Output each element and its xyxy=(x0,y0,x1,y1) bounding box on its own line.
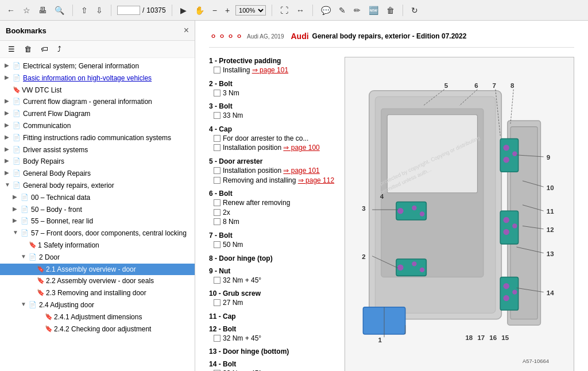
part-7: 7 - Bolt 50 Nm xyxy=(209,231,335,250)
tree-label: 2.2 Assembly overview - door seals xyxy=(46,276,190,286)
zoom-out-icon[interactable]: − xyxy=(210,5,219,16)
tree-item-high-voltage[interactable]: ▶ 📄 Basic information on high-voltage ve… xyxy=(0,72,195,84)
undo-icon[interactable]: ↻ xyxy=(409,5,420,16)
zoom-in-icon[interactable]: + xyxy=(223,5,232,16)
part-4: 4 - Cap For door arrester to the co... I… xyxy=(209,125,335,153)
page-link[interactable]: ⇒ page 101 xyxy=(252,66,288,74)
highlight-icon[interactable]: ✎ xyxy=(336,5,348,16)
part-text: Installation position ⇒ page 101 xyxy=(223,167,320,176)
part-6: 6 - Bolt Renew after removing 2x 8 Nm xyxy=(209,190,335,227)
page-input[interactable]: 907 xyxy=(117,6,140,15)
tree-item-57-front-doors[interactable]: ▼ 📄 57 – Front doors, door components, c… xyxy=(0,227,195,239)
bookmark-tree: ▶ 📄 Electrical system; General informati… xyxy=(0,58,195,371)
part-title: 9 - Nut xyxy=(209,267,335,275)
tree-leaf-vw-dtc[interactable]: 🔖 VW DTC List xyxy=(0,84,195,96)
sep1 xyxy=(72,5,73,16)
tree-leaf-2-2-assembly[interactable]: 🔖 2.2 Assembly overview - door seals xyxy=(0,275,195,287)
tree-label: 2.1 Assembly overview - door xyxy=(46,265,190,275)
part-sub: For door arrester to the co... xyxy=(214,134,335,144)
document-content[interactable]: ⚬⚬⚬⚬ Audi AG, 2019 Audi General body rep… xyxy=(195,21,588,371)
part-sub: 3 Nm xyxy=(214,89,335,98)
part-sub: Renew after removing xyxy=(214,199,335,208)
page-link[interactable]: ⇒ page 112 xyxy=(298,176,334,184)
upload-icon[interactable]: ⇧ xyxy=(79,5,90,16)
part-sub: 50 Nm xyxy=(214,241,335,250)
draw-icon[interactable]: ✏ xyxy=(351,5,363,16)
tree-item-current-flow-general[interactable]: ▶ 📄 Current flow diagram - general infor… xyxy=(0,96,195,108)
erase-icon[interactable]: 🗑 xyxy=(384,5,397,16)
svg-text:8: 8 xyxy=(510,82,514,89)
svg-point-15 xyxy=(503,145,509,150)
part-text: Removing and installing ⇒ page 112 xyxy=(223,176,334,186)
tree-label: 00 – Technical data xyxy=(31,193,190,203)
tree-item-2-4-adjusting[interactable]: ▼ 📄 2.4 Adjusting door xyxy=(0,299,195,311)
tree-item-general-body-exterior[interactable]: ▼ 📄 General body repairs, exterior xyxy=(0,180,195,192)
svg-point-25 xyxy=(512,289,517,294)
tree-item-55-bonnet[interactable]: ▶ 📄 55 – Bonnet, rear lid xyxy=(0,215,195,227)
back-icon[interactable]: ← xyxy=(5,5,17,16)
fit-width-icon[interactable]: ↔ xyxy=(294,5,307,16)
tree-leaf-2-3-removing[interactable]: 🔖 2.3 Removing and installing door xyxy=(0,287,195,299)
tree-item-current-flow[interactable]: ▶ 📄 Current Flow Diagram xyxy=(0,108,195,120)
print-icon[interactable]: 🖶 xyxy=(36,5,49,16)
tree-item-general-body[interactable]: ▶ 📄 General Body Repairs xyxy=(0,168,195,180)
svg-point-11 xyxy=(420,268,424,272)
fit-page-icon[interactable]: ⛶ xyxy=(278,5,291,16)
add-bookmark-btn[interactable]: ☰ xyxy=(5,43,18,55)
star-icon[interactable]: ☆ xyxy=(21,5,33,16)
stamp-icon[interactable]: 🆕 xyxy=(366,5,381,16)
tree-label: Communication xyxy=(23,121,190,131)
tree-item-communication[interactable]: ▶ 📄 Communication xyxy=(0,120,195,132)
collapse-arrow: ▶ xyxy=(5,133,13,141)
tree-item-electrical[interactable]: ▶ 📄 Electrical system; General informati… xyxy=(0,60,195,72)
svg-point-19 xyxy=(503,217,509,223)
checkbox-icon xyxy=(214,218,220,225)
tree-leaf-2-4-2[interactable]: 🔖 2.4.2 Checking door adjustment xyxy=(0,323,195,335)
tree-item-body-repairs[interactable]: ▶ 📄 Body Repairs xyxy=(0,156,195,168)
page-link[interactable]: ⇒ page 100 xyxy=(283,144,319,152)
hand-icon[interactable]: ✋ xyxy=(192,5,207,16)
svg-text:6: 6 xyxy=(474,82,478,89)
sidebar-toolbar: ☰ 🗑 🏷 ⤴ xyxy=(0,41,195,58)
export-bookmark-btn[interactable]: ⤴ xyxy=(54,43,65,55)
download-icon[interactable]: ⇩ xyxy=(94,5,105,16)
svg-point-16 xyxy=(503,157,509,163)
sidebar-close-btn[interactable]: × xyxy=(184,25,189,36)
part-sub: Installing ⇒ page 101 xyxy=(214,66,335,75)
page-total: 10375 xyxy=(146,6,165,14)
cursor-icon[interactable]: ▶ xyxy=(178,5,189,16)
svg-text:16: 16 xyxy=(489,334,497,341)
zoom-select[interactable]: 100% 75% 125% 150% xyxy=(235,5,266,16)
document-icon: 📄 xyxy=(21,217,31,225)
tree-item-00-technical[interactable]: ▶ 📄 00 – Technical data xyxy=(0,192,195,204)
svg-point-9 xyxy=(397,264,403,270)
delete-bookmark-btn[interactable]: 🗑 xyxy=(21,43,35,55)
tree-item-fitting[interactable]: ▶ 📄 Fitting instructions radio communica… xyxy=(0,132,195,144)
tree-item-driver-assist[interactable]: ▶ 📄 Driver assist systems xyxy=(0,144,195,156)
page-navigation: 907 / 10375 xyxy=(117,6,166,15)
collapse-arrow: ▶ xyxy=(13,193,21,201)
tag-bookmark-btn[interactable]: 🏷 xyxy=(37,43,52,55)
part-14: 14 - Bolt 32 Nm + 45° xyxy=(209,360,335,371)
part-2: 2 - Bolt 3 Nm xyxy=(209,80,335,98)
tree-leaf-2-1-assembly[interactable]: 🔖 2.1 Assembly overview - door xyxy=(0,264,195,276)
sep2 xyxy=(111,5,111,16)
tree-label: Driver assist systems xyxy=(23,145,190,155)
tree-item-2-door[interactable]: ▼ 📄 2 Door xyxy=(0,252,195,264)
collapse-arrow: ▼ xyxy=(21,300,29,308)
parts-content: 1 - Protective padding Installing ⇒ page… xyxy=(209,57,574,371)
tree-leaf-safety-info[interactable]: 🔖 1 Safety information xyxy=(0,239,195,252)
search-icon[interactable]: 🔍 xyxy=(52,5,67,16)
page-link[interactable]: ⇒ page 101 xyxy=(283,167,319,175)
tree-item-50-body[interactable]: ▶ 📄 50 – Body - front xyxy=(0,204,195,216)
svg-text:14: 14 xyxy=(547,289,554,296)
checkbox-icon xyxy=(214,177,220,184)
tree-leaf-2-4-1[interactable]: 🔖 2.4.1 Adjustment dimensions xyxy=(0,311,195,323)
part-sub: Installation position ⇒ page 100 xyxy=(214,144,335,153)
comment-icon[interactable]: 💬 xyxy=(319,5,333,16)
part-title: 12 - Bolt xyxy=(209,325,335,333)
tree-label: Body Repairs xyxy=(23,157,190,167)
part-sub: 33 Nm xyxy=(214,111,335,121)
part-text: 8 Nm xyxy=(223,218,239,227)
collapse-arrow: ▶ xyxy=(5,74,13,82)
